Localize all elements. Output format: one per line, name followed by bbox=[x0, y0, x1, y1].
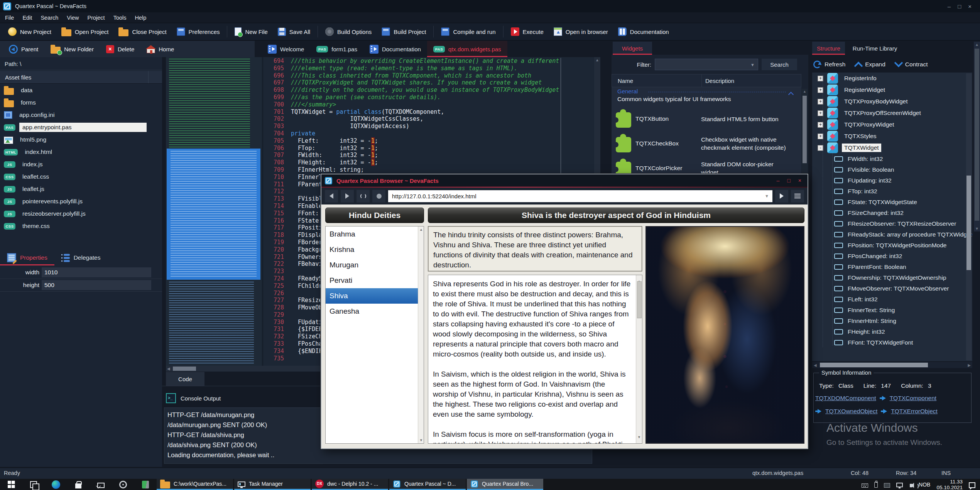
deity-item-ganesha[interactable]: Ganesha bbox=[326, 304, 424, 319]
tree-field[interactable]: FTop: int32 bbox=[812, 186, 972, 197]
scroll-left-icon[interactable]: ◀ bbox=[167, 367, 170, 371]
menu-view[interactable]: View bbox=[63, 12, 83, 23]
edge-button[interactable] bbox=[45, 479, 67, 490]
scroll-down-icon[interactable]: ▼ bbox=[419, 438, 423, 442]
code-line[interactable]: 700///</summary> bbox=[263, 101, 600, 108]
tab-qtx-dom-widgets-pas[interactable]: PASqtx.dom.widgets.pas bbox=[427, 41, 507, 57]
delete-button[interactable]: Delete bbox=[101, 41, 139, 57]
code-line[interactable]: 705 FLeft: int32 = -1; bbox=[263, 137, 600, 145]
code-line[interactable]: 706 FTop: int32 = -1; bbox=[263, 145, 600, 152]
asset-file-data[interactable]: data bbox=[0, 84, 162, 96]
forward-button[interactable] bbox=[341, 190, 354, 203]
article-header[interactable]: Shiva is the destroyer aspect of God in … bbox=[428, 208, 804, 223]
asset-file-forms[interactable]: forms bbox=[0, 96, 162, 109]
taskbar-app-task-manager[interactable]: Task Manager bbox=[234, 479, 311, 490]
scroll-up-icon[interactable]: ▲ bbox=[803, 90, 806, 93]
deity-item-shiva[interactable]: Shiva bbox=[326, 288, 424, 304]
tree-class-tqtxproxywidget[interactable]: +TQTXProxyWidget bbox=[812, 119, 972, 130]
toolbar-open-project-button[interactable]: Open Project bbox=[56, 23, 114, 40]
code-line[interactable]: 697///TQTXProxyWidget and TQTXWidget sha… bbox=[263, 79, 600, 86]
scroll-down-icon[interactable]: ▼ bbox=[637, 432, 641, 442]
go-button[interactable] bbox=[775, 190, 788, 203]
scroll-left-icon[interactable]: ◀ bbox=[812, 363, 818, 367]
column-description[interactable]: Description bbox=[701, 74, 801, 87]
tree-field[interactable]: FVisible: Boolean bbox=[812, 164, 972, 175]
toolbar-compile-and-run-button[interactable]: Compile and run bbox=[436, 23, 500, 40]
code-line[interactable]: 701TQTXWidget = partial class(TQTXDOMCom… bbox=[263, 108, 600, 116]
start-button[interactable] bbox=[0, 479, 22, 490]
menu-button[interactable] bbox=[791, 190, 804, 203]
toolbar-documentation-button[interactable]: Documentation bbox=[613, 23, 674, 40]
speaker-icon[interactable] bbox=[910, 484, 912, 487]
tree-field[interactable]: FFont: TQTXWidgetFont bbox=[812, 337, 972, 348]
display-icon[interactable] bbox=[896, 483, 903, 487]
structure-tree[interactable]: +RegisterInfo+RegisterWidget+TQTXProxyBo… bbox=[812, 73, 972, 361]
toolbar-open-in-browser-button[interactable]: Open in browser bbox=[549, 23, 613, 40]
mail-button[interactable] bbox=[90, 479, 112, 490]
tab-form1-pas[interactable]: PASform1.pas bbox=[310, 41, 363, 57]
toolbar-build-options-button[interactable]: Build Options bbox=[320, 23, 377, 40]
pinned-app-button[interactable] bbox=[134, 479, 157, 490]
usb-icon[interactable] bbox=[874, 482, 878, 488]
tree-field[interactable]: FMoveObserver: TQTXMoveObserver bbox=[812, 283, 972, 294]
article-scrollbar[interactable]: ▲ ▼ bbox=[636, 275, 642, 443]
tree-field[interactable]: FUpdating: int32 bbox=[812, 175, 972, 186]
scroll-thumb[interactable] bbox=[637, 281, 642, 318]
code-line[interactable]: 696///This class inherited from TQTXComp… bbox=[263, 72, 600, 79]
parent-button[interactable]: Parent bbox=[4, 41, 43, 57]
tree-field[interactable]: FWidth: int32 bbox=[812, 154, 972, 164]
property-value[interactable]: 500 bbox=[42, 280, 151, 290]
deity-item-pervati[interactable]: Pervati bbox=[326, 273, 424, 288]
tab-welcome[interactable]: Welcome bbox=[262, 41, 310, 57]
tree-field[interactable]: FState: TQTXWidgetState bbox=[812, 197, 972, 208]
toolbar-new-project-button[interactable]: New Project bbox=[3, 23, 56, 40]
scroll-up-icon[interactable]: ▲ bbox=[975, 42, 979, 47]
minimize-icon[interactable]: – bbox=[777, 177, 780, 184]
widget-row-tqtxbutton[interactable]: TQTXButtonStandard HTML5 form button bbox=[612, 106, 801, 131]
contract-button[interactable]: Contract bbox=[896, 60, 928, 69]
language-indicator[interactable]: NOB bbox=[919, 482, 930, 488]
tree-field[interactable]: FInnerHtml: String bbox=[812, 316, 972, 326]
tab-documentation[interactable]: Documentation bbox=[363, 41, 427, 57]
scroll-right-icon[interactable]: ▶ bbox=[966, 363, 972, 367]
asset-file-pointerevents-polyfill-js[interactable]: JSpointerevents.polyfill.js bbox=[0, 195, 162, 208]
link-class[interactable]: TQTXOwnedObject bbox=[825, 408, 877, 415]
tree-class-tqtxwidget[interactable]: -TQTXWidget bbox=[812, 142, 972, 154]
scroll-thumb[interactable] bbox=[173, 367, 196, 371]
menu-project[interactable]: Project bbox=[83, 12, 109, 23]
listbox-scrollbar[interactable]: ▲ ▼ bbox=[418, 226, 424, 443]
asset-file-index-html[interactable]: HTMLindex.html bbox=[0, 146, 162, 158]
taskbar-app-c-work-quartexpas[interactable]: C:\work\QuartexPas... bbox=[157, 479, 233, 490]
tab-delegates[interactable]: Delegates bbox=[54, 250, 108, 265]
asset-file-theme-css[interactable]: CSStheme.css bbox=[0, 220, 162, 232]
tree-field[interactable]: FResizeObserver: TQTXResizeObserver bbox=[812, 218, 972, 229]
url-input[interactable]: http://127.0.0.1:52240/index.html ▼ bbox=[388, 190, 772, 202]
store-button[interactable] bbox=[67, 479, 90, 490]
asset-file-leaflet-js[interactable]: JSleaflet.js bbox=[0, 183, 162, 195]
refresh-button[interactable]: Refresh bbox=[813, 61, 845, 68]
menu-help[interactable]: Help bbox=[131, 12, 151, 23]
code-line[interactable]: 699///as the parent (see constructor det… bbox=[263, 94, 600, 101]
toolbar-close-project-button[interactable]: Close Project bbox=[113, 23, 171, 40]
tree-horizontal-scrollbar[interactable]: ◀ ▶ bbox=[812, 362, 972, 368]
menu-search[interactable]: Search bbox=[36, 12, 63, 23]
filter-combo[interactable]: ▼ bbox=[655, 59, 758, 70]
asset-files-header[interactable]: Asset files bbox=[0, 71, 162, 84]
code-line[interactable]: 708 FHeight: int32 = -1; bbox=[263, 159, 600, 166]
stop-button[interactable] bbox=[372, 190, 385, 203]
tree-field[interactable]: FPosChanged: int32 bbox=[812, 251, 972, 262]
code-bottom-tab[interactable]: Code bbox=[166, 372, 204, 386]
tree-field[interactable]: FOwnership: TQTXWidgetOwnership bbox=[812, 272, 972, 283]
scroll-thumb[interactable] bbox=[803, 96, 807, 163]
tab-structure[interactable]: Structure bbox=[812, 42, 845, 55]
close-icon[interactable]: × bbox=[968, 3, 972, 10]
column-name[interactable]: Name bbox=[612, 78, 701, 84]
link-class[interactable]: TQTXErrorObject bbox=[891, 408, 938, 415]
property-value[interactable]: 1010 bbox=[42, 267, 151, 277]
widgets-scrollbar[interactable]: ▲ bbox=[802, 89, 808, 173]
taskbar-app-quartex-pascal-d[interactable]: Quartex Pascal ~ D... bbox=[389, 479, 466, 490]
code-line[interactable]: 702 IQTXWidgetCssClasses, bbox=[263, 115, 600, 123]
tree-class-registerinfo[interactable]: +RegisterInfo bbox=[812, 73, 972, 84]
code-minimap[interactable] bbox=[166, 57, 261, 366]
scroll-up-icon[interactable]: ▲ bbox=[419, 228, 423, 231]
